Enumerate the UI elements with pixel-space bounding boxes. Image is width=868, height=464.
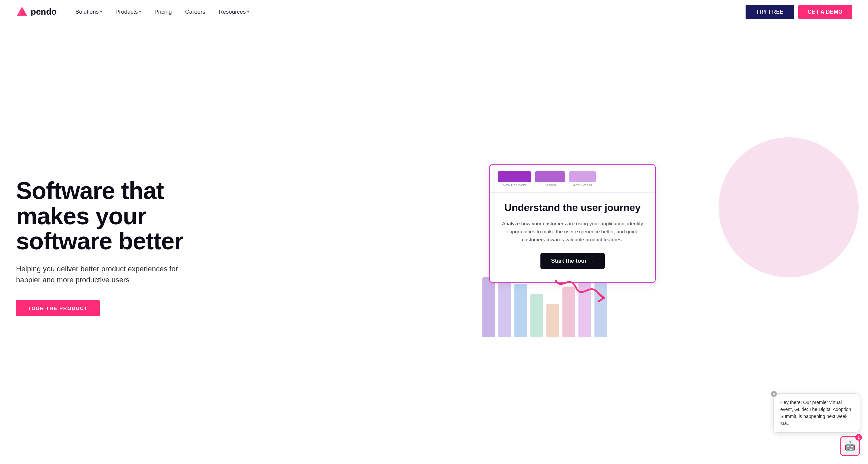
nav-item-solutions[interactable]: Solutions ▾: [70, 6, 107, 18]
chevron-down-icon: ▾: [100, 10, 102, 14]
logo-text: pendo: [31, 7, 57, 17]
feature-card: New Recipient Search Add Details Underst…: [489, 164, 656, 283]
card-title: Understand the user journey: [500, 202, 645, 214]
nav-ctas: TRY FREE GET A DEMO: [746, 5, 852, 19]
card-bar-2: [535, 171, 565, 182]
logo-link[interactable]: pendo: [16, 6, 57, 18]
chevron-down-icon: ▾: [247, 10, 249, 14]
start-tour-button[interactable]: Start the tour →: [540, 253, 604, 269]
decorative-blob: [718, 137, 859, 277]
pendo-logo-icon: [16, 6, 28, 18]
hero-heading: Software that makes your software better: [16, 178, 476, 254]
squiggle-arrow-icon: [549, 271, 616, 311]
card-bar-3: [569, 171, 596, 182]
nav-links: Solutions ▾ Products ▾ Pricing Careers R…: [70, 6, 746, 18]
card-bar-group-2: Search: [535, 171, 565, 187]
card-bar-group-1: New Recipient: [498, 171, 531, 187]
decorative-bar: [483, 277, 495, 337]
decorative-bar: [515, 284, 527, 337]
chat-notification-badge: 1: [855, 434, 862, 441]
chevron-down-icon: ▾: [139, 10, 141, 14]
hero-section: Software that makes your software better…: [0, 24, 868, 464]
try-free-button[interactable]: TRY FREE: [746, 5, 794, 19]
chat-close-button[interactable]: ×: [770, 390, 778, 398]
nav-item-products[interactable]: Products ▾: [110, 6, 147, 18]
hero-left: Software that makes your software better…: [16, 178, 476, 316]
chat-message: Hey there! Our premier virtual event, Gu…: [780, 400, 851, 426]
tour-product-button[interactable]: TOUR THE PRODUCT: [16, 300, 100, 316]
chat-bubble: × Hey there! Our premier virtual event, …: [773, 393, 860, 433]
card-bar-1: [498, 171, 531, 182]
hero-right: New Recipient Search Add Details Underst…: [476, 151, 852, 344]
chat-avatar-button[interactable]: 🤖 1: [840, 436, 860, 456]
card-body: Understand the user journey Analyze how …: [490, 193, 655, 272]
chat-widget: × Hey there! Our premier virtual event, …: [773, 393, 860, 456]
nav-item-resources[interactable]: Resources ▾: [213, 6, 254, 18]
navbar: pendo Solutions ▾ Products ▾ Pricing Car…: [0, 0, 868, 24]
get-demo-button[interactable]: GET A DEMO: [798, 5, 852, 19]
decorative-bar: [530, 294, 543, 337]
card-description: Analyze how your customers are using you…: [500, 220, 645, 244]
card-bar-group-3: Add Details: [569, 171, 596, 187]
nav-item-pricing[interactable]: Pricing: [149, 6, 177, 18]
hero-subtext: Helping you deliver better product exper…: [16, 263, 203, 285]
card-top-bar: New Recipient Search Add Details: [490, 165, 655, 193]
nav-item-careers[interactable]: Careers: [180, 6, 211, 18]
